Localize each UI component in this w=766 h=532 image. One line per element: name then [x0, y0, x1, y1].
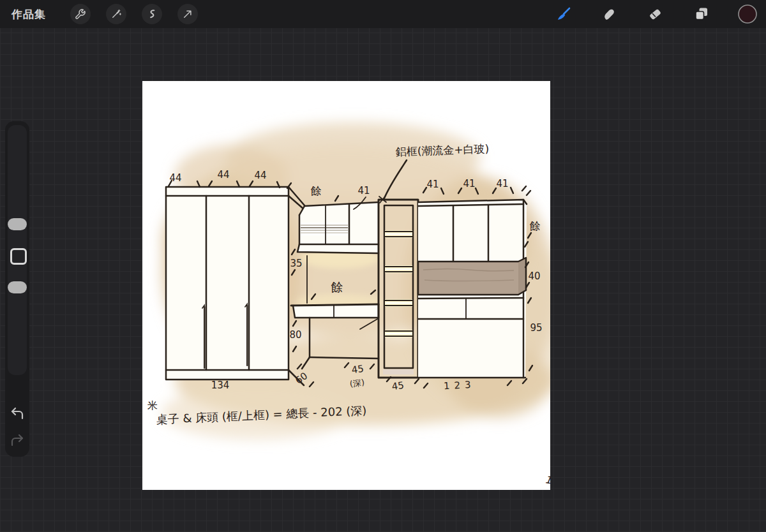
- redo-button[interactable]: [8, 431, 26, 449]
- redo-icon: [10, 432, 25, 448]
- modify-button[interactable]: [10, 248, 27, 265]
- dim-41-r1: 41: [426, 179, 439, 190]
- label-yu-right: 餘: [530, 219, 541, 232]
- undo-icon: [10, 406, 25, 421]
- transform-arrow-icon: [182, 8, 193, 20]
- dim-41-r2: 41: [463, 178, 475, 189]
- brush-icon: [555, 6, 572, 22]
- undo-button[interactable]: [8, 404, 26, 422]
- dim-41-r3: 41: [496, 178, 508, 189]
- layers-icon: [693, 6, 710, 22]
- dim-45-tower: 45: [391, 380, 405, 392]
- right-cabinet-sketch: [418, 200, 527, 378]
- opacity-slider[interactable]: [8, 281, 27, 293]
- eraser-icon: [647, 6, 664, 22]
- toolbar-right-group: [553, 3, 766, 25]
- actions-button[interactable]: [70, 4, 91, 24]
- wardrobe-sketch: [166, 187, 308, 385]
- left-sidebar: [5, 121, 29, 457]
- furniture-sketch: 44 44 44 134 餘 41 35 餘 80 60 45 (深) 45 4…: [142, 81, 550, 490]
- paint-tool-button[interactable]: [553, 3, 574, 25]
- gallery-button[interactable]: 作品集: [11, 7, 46, 22]
- dim-45-desk-note: (深): [349, 378, 365, 389]
- label-yu-mid: 餘: [311, 184, 322, 197]
- dim-44-3: 44: [254, 170, 266, 181]
- label-yu-desk: 餘: [331, 280, 343, 294]
- dim-35: 35: [290, 258, 302, 269]
- layers-button[interactable]: [691, 3, 712, 25]
- wrench-icon: [75, 8, 86, 20]
- selection-button[interactable]: [142, 4, 162, 24]
- selection-s-icon: [146, 8, 158, 20]
- dim-134: 134: [211, 380, 230, 391]
- dim-80: 80: [289, 329, 301, 341]
- color-swatch: [737, 4, 758, 24]
- smudge-icon: [601, 6, 618, 22]
- dim-40: 40: [528, 270, 540, 282]
- brush-size-slider[interactable]: [8, 218, 27, 230]
- dim-44-2: 44: [217, 169, 229, 181]
- color-swatch-button[interactable]: [737, 3, 758, 25]
- dim-95: 95: [530, 322, 542, 334]
- top-toolbar: 作品集: [0, 0, 766, 28]
- erase-tool-button[interactable]: [645, 3, 666, 25]
- adjustments-button[interactable]: [106, 4, 126, 24]
- smudge-tool-button[interactable]: [599, 3, 620, 25]
- dim-44-1: 44: [169, 172, 181, 184]
- dim-45-desk: 45: [351, 363, 364, 376]
- magic-wand-icon: [110, 8, 122, 20]
- toolbar-left-group: 作品集: [0, 4, 198, 24]
- dim-41-mid: 41: [357, 185, 370, 196]
- footnote-mark: 米: [147, 399, 158, 411]
- drawing-canvas[interactable]: 44 44 44 134 餘 41 35 餘 80 60 45 (深) 45 4…: [142, 81, 550, 490]
- transform-button[interactable]: [177, 4, 198, 24]
- dim-123: 123: [443, 379, 476, 392]
- page-number: 1: [544, 473, 550, 486]
